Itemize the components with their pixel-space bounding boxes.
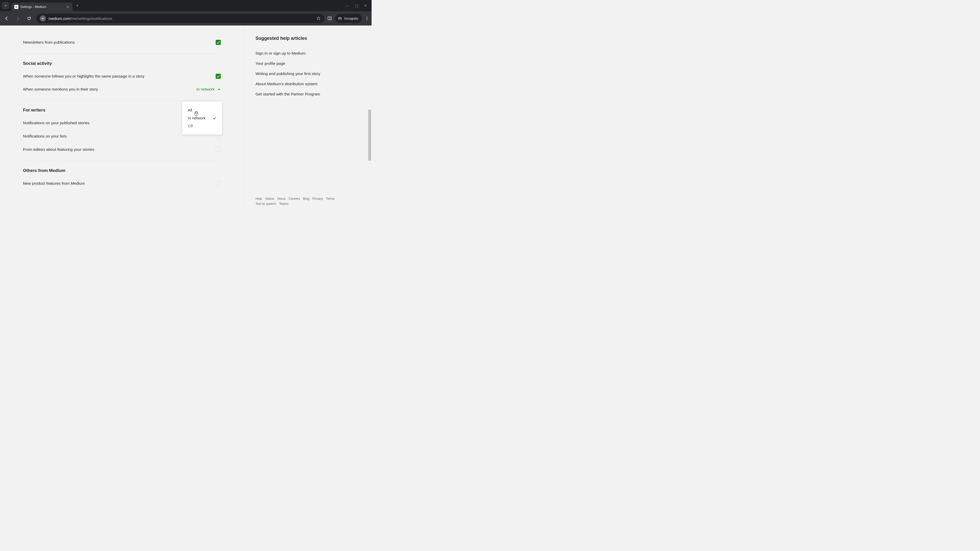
svg-point-4 (367, 17, 368, 17)
setting-new-features: New product features from Medium (23, 177, 221, 190)
footer-terms[interactable]: Terms (326, 197, 334, 200)
footer-careers[interactable]: Careers (289, 197, 300, 200)
setting-follows: When someone follows you or highlights t… (23, 70, 221, 83)
checkbox-editors[interactable] (216, 147, 221, 152)
browser-toolbar: medium.com/me/settings/notifications Inc… (0, 11, 372, 25)
maximize-button[interactable]: ▢ (355, 3, 358, 8)
svg-point-5 (367, 18, 368, 19)
window-controls: — ▢ ✕ (346, 3, 369, 8)
setting-editors: From editors about featuring your storie… (23, 143, 221, 156)
settings-main: Newsletters from publications Social act… (0, 25, 244, 208)
setting-label: Notifications on your lists (23, 134, 67, 138)
setting-label: Newsletters from publications (23, 40, 75, 44)
browser-menu-icon[interactable] (365, 16, 369, 21)
favicon-icon: •• (14, 5, 18, 9)
page-content: Newsletters from publications Social act… (0, 25, 372, 208)
reload-button[interactable] (25, 14, 33, 22)
footer-teams[interactable]: Teams (279, 202, 289, 206)
footer-about[interactable]: About (277, 197, 286, 200)
bookmark-icon[interactable] (316, 16, 321, 21)
checkbox-new-features[interactable] (216, 181, 221, 186)
help-link-partner[interactable]: Get started with the Partner Program (256, 89, 351, 99)
forward-button[interactable] (14, 14, 22, 22)
svg-point-6 (367, 19, 368, 20)
help-link-distribution[interactable]: About Medium's distribution system (256, 79, 351, 89)
setting-label: From editors about featuring your storie… (23, 147, 94, 152)
footer-privacy[interactable]: Privacy (312, 197, 323, 200)
setting-label: Notifications on your published stories (23, 121, 89, 125)
sidebar-heading: Suggested help articles (256, 36, 351, 41)
incognito-badge[interactable]: Incognito (335, 14, 362, 23)
minimize-button[interactable]: — (346, 3, 349, 8)
chevron-up-icon (217, 87, 221, 91)
section-social-heading: Social activity (23, 61, 221, 66)
new-tab-button[interactable]: + (76, 3, 79, 8)
url-text: medium.com/me/settings/notifications (48, 16, 112, 21)
tab-search-button[interactable] (2, 2, 9, 9)
setting-mentions: When someone mentions you in their story… (23, 83, 221, 96)
help-link-profile[interactable]: Your profile page (256, 59, 351, 68)
dropdown-option-in-network[interactable]: In network (182, 114, 222, 122)
site-info-icon[interactable] (40, 15, 46, 21)
scrollbar[interactable] (368, 25, 372, 208)
dropdown-option-off[interactable]: Off (182, 122, 222, 130)
svg-rect-2 (328, 17, 331, 20)
footer-status[interactable]: Status (265, 197, 274, 200)
close-window-button[interactable]: ✕ (364, 3, 367, 8)
help-sidebar: Suggested help articles Sign in or sign … (244, 25, 361, 208)
checkbox-newsletters[interactable] (216, 40, 221, 45)
setting-newsletters: Newsletters from publications (23, 36, 221, 49)
setting-label: New product features from Medium (23, 181, 85, 186)
tab-title: Settings - Medium (21, 5, 64, 9)
footer-help[interactable]: Help (256, 197, 262, 200)
address-bar[interactable]: medium.com/me/settings/notifications (36, 14, 325, 23)
svg-point-0 (42, 18, 43, 18)
browser-tab[interactable]: •• Settings - Medium ✕ (11, 3, 73, 11)
scrollbar-thumb[interactable] (368, 110, 371, 161)
incognito-icon (338, 17, 342, 20)
mentions-dropdown-menu: All In network Off (182, 101, 222, 135)
section-others-heading: Others from Medium (23, 168, 221, 173)
divider (23, 54, 221, 54)
side-panel-icon[interactable] (328, 16, 332, 21)
check-icon (213, 116, 216, 120)
close-tab-icon[interactable]: ✕ (66, 5, 69, 9)
setting-label: When someone follows you or highlights t… (23, 74, 145, 79)
footer-blog[interactable]: Blog (303, 197, 309, 200)
browser-tab-strip: •• Settings - Medium ✕ + — ▢ ✕ (0, 0, 372, 11)
help-link-writing[interactable]: Writing and publishing your first story (256, 68, 351, 79)
svg-point-1 (43, 19, 44, 19)
mentions-dropdown-trigger[interactable]: In network (196, 87, 221, 92)
footer-links: Help Status About Careers Blog Privacy T… (256, 197, 342, 206)
checkbox-follows[interactable] (216, 74, 221, 79)
help-link-signin[interactable]: Sign in or sign up to Medium (256, 48, 351, 59)
dropdown-option-all[interactable]: All (182, 106, 222, 114)
setting-label: When someone mentions you in their story (23, 87, 98, 92)
back-button[interactable] (3, 14, 11, 22)
footer-tts[interactable]: Text to speech (256, 202, 276, 206)
